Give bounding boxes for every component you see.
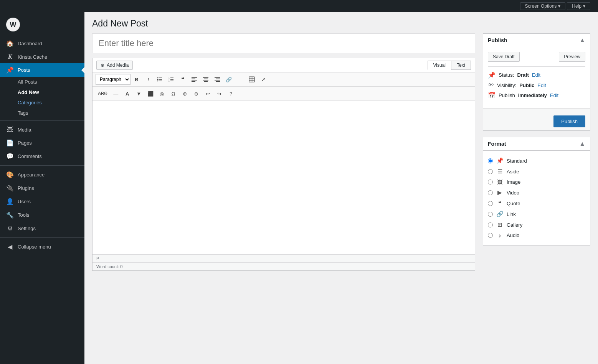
- format-radio-audio[interactable]: [488, 233, 493, 238]
- text-color-button[interactable]: A: [122, 88, 133, 99]
- format-label-link[interactable]: 🔗 Link: [496, 211, 516, 217]
- publish-meta-section: 📌 Status: Draft Edit 👁 Visibility: P: [488, 66, 585, 104]
- help-toolbar-button[interactable]: ?: [226, 88, 236, 99]
- indent-button[interactable]: ⊖: [191, 88, 202, 99]
- appearance-icon: 🎨: [6, 171, 14, 178]
- format-option-video[interactable]: ▶ Video: [488, 187, 585, 198]
- undo-button[interactable]: ↩: [203, 88, 213, 99]
- editor-content-area[interactable]: [93, 101, 475, 254]
- sidebar-item-collapse[interactable]: ◀ Collapse menu: [0, 240, 84, 254]
- align-center-button[interactable]: [200, 74, 211, 85]
- add-media-button[interactable]: ⊕ Add Media: [96, 61, 133, 70]
- screen-options-button[interactable]: Screen Options ▾: [520, 2, 566, 10]
- italic-button[interactable]: I: [143, 74, 154, 85]
- save-draft-button[interactable]: Save Draft: [488, 52, 520, 62]
- screen-options-chevron-icon: ▾: [558, 3, 560, 9]
- format-metabox-header[interactable]: Format ▲: [483, 137, 590, 151]
- format-option-quote[interactable]: ❝ Quote: [488, 198, 585, 209]
- format-radio-aside[interactable]: [488, 169, 493, 174]
- page-header: Add New Post: [84, 12, 598, 33]
- format-option-standard[interactable]: 📌 Standard: [488, 155, 585, 166]
- status-edit-link[interactable]: Edit: [532, 72, 540, 78]
- fullscreen-button[interactable]: ⤢: [258, 74, 269, 85]
- tab-text[interactable]: Text: [451, 61, 471, 70]
- format-radio-quote[interactable]: [488, 201, 493, 206]
- align-left-button[interactable]: [189, 74, 200, 85]
- content-area: ⊕ Add Media Visual Text: [84, 33, 598, 364]
- format-radio-standard[interactable]: [488, 158, 493, 163]
- special-chars-button[interactable]: Ω: [168, 88, 179, 99]
- format-label-quote[interactable]: ❝ Quote: [496, 200, 520, 207]
- format-option-image[interactable]: 🖼 Image: [488, 177, 585, 187]
- format-radio-link[interactable]: [488, 212, 493, 217]
- format-radio-gallery[interactable]: [488, 222, 493, 227]
- table-button[interactable]: [246, 74, 257, 85]
- sidebar-item-tools[interactable]: 🔧 Tools: [0, 208, 84, 222]
- blockquote-button[interactable]: ❝: [177, 74, 188, 85]
- editor-path-label: P: [96, 256, 99, 261]
- publish-time-value: immediately: [518, 92, 547, 98]
- format-option-gallery[interactable]: ⊞ Gallery: [488, 219, 585, 230]
- sidebar-item-kinsta-cache[interactable]: K Kinsta Cache: [0, 50, 84, 63]
- format-option-audio[interactable]: ♪ Audio: [488, 230, 585, 240]
- ordered-list-button[interactable]: 1.2.3.: [166, 74, 177, 85]
- sidebar-subitem-add-new[interactable]: Add New: [0, 87, 84, 97]
- sidebar-subitem-categories[interactable]: Categories: [0, 97, 84, 108]
- svg-rect-24: [249, 77, 254, 82]
- format-option-link[interactable]: 🔗 Link: [488, 209, 585, 219]
- align-right-button[interactable]: [212, 74, 223, 85]
- format-label-image[interactable]: 🖼 Image: [496, 179, 520, 185]
- tab-visual-label: Visual: [433, 63, 446, 68]
- format-label-video[interactable]: ▶ Video: [496, 189, 519, 196]
- sidebar: W 🏠 Dashboard K Kinsta Cache 📌 Posts All…: [0, 12, 84, 364]
- sidebar-item-settings[interactable]: ⚙ Settings: [0, 222, 84, 235]
- tab-visual[interactable]: Visual: [428, 61, 451, 70]
- publish-time-row: 📅 Publish immediately Edit: [488, 90, 585, 100]
- format-radio-video[interactable]: [488, 190, 493, 195]
- format-label-aside[interactable]: ☰ Aside: [496, 168, 519, 175]
- page-title: Add New Post: [92, 18, 590, 29]
- strikethrough-button[interactable]: ABC: [96, 88, 110, 99]
- redo-button[interactable]: ↪: [214, 88, 225, 99]
- sidebar-item-comments[interactable]: 💬 Comments: [0, 150, 84, 163]
- publish-button[interactable]: Publish: [553, 115, 585, 127]
- bold-button[interactable]: B: [131, 74, 142, 85]
- format-label-audio[interactable]: ♪ Audio: [496, 232, 519, 239]
- post-title-input[interactable]: [92, 33, 475, 53]
- link-button[interactable]: 🔗: [223, 74, 234, 85]
- sidebar-subitem-all-posts[interactable]: All Posts: [0, 77, 84, 87]
- visibility-edit-link[interactable]: Edit: [537, 82, 546, 88]
- collapse-label: Collapse menu: [18, 244, 51, 250]
- publish-time-label: Publish: [499, 92, 515, 98]
- sidebar-item-pages[interactable]: 📄 Pages: [0, 136, 84, 150]
- help-button[interactable]: Help ▾: [567, 2, 590, 10]
- more-tag-button[interactable]: —: [235, 74, 246, 85]
- publish-metabox-header[interactable]: Publish ▲: [483, 34, 590, 47]
- sidebar-item-media[interactable]: 🖼 Media: [0, 123, 84, 136]
- sidebar-item-posts[interactable]: 📌 Posts: [0, 63, 84, 77]
- publish-time-edit-link[interactable]: Edit: [550, 92, 558, 98]
- outdent-button[interactable]: ⊕: [180, 88, 190, 99]
- paragraph-select[interactable]: Paragraph: [96, 74, 131, 85]
- layout: W 🏠 Dashboard K Kinsta Cache 📌 Posts All…: [0, 12, 598, 364]
- sidebar-subitem-tags[interactable]: Tags: [0, 108, 84, 118]
- sidebar-item-users[interactable]: 👤 Users: [0, 195, 84, 208]
- clear-formatting-button[interactable]: ◎: [157, 88, 167, 99]
- preview-button[interactable]: Preview: [559, 52, 585, 62]
- format-radio-image[interactable]: [488, 180, 493, 184]
- unordered-list-button[interactable]: [154, 74, 165, 85]
- paste-from-word-button[interactable]: ⬛: [145, 88, 156, 99]
- sidebar-item-appearance[interactable]: 🎨 Appearance: [0, 168, 84, 181]
- text-color-dropdown-button[interactable]: ▼: [134, 88, 144, 99]
- format-label-standard[interactable]: 📌 Standard: [496, 157, 527, 164]
- format-label-gallery[interactable]: ⊞ Gallery: [496, 221, 522, 228]
- horizontal-rule-button[interactable]: —: [111, 88, 121, 99]
- sidebar-item-dashboard[interactable]: 🏠 Dashboard: [0, 37, 84, 50]
- sidebar-divider-3: [0, 237, 84, 238]
- status-label: Status:: [499, 72, 514, 78]
- svg-point-5: [157, 81, 158, 81]
- publish-footer: Publish: [483, 108, 590, 130]
- format-option-aside[interactable]: ☰ Aside: [488, 166, 585, 177]
- sidebar-item-plugins[interactable]: 🔌 Plugins: [0, 181, 84, 195]
- format-icon-image: 🖼: [496, 179, 504, 185]
